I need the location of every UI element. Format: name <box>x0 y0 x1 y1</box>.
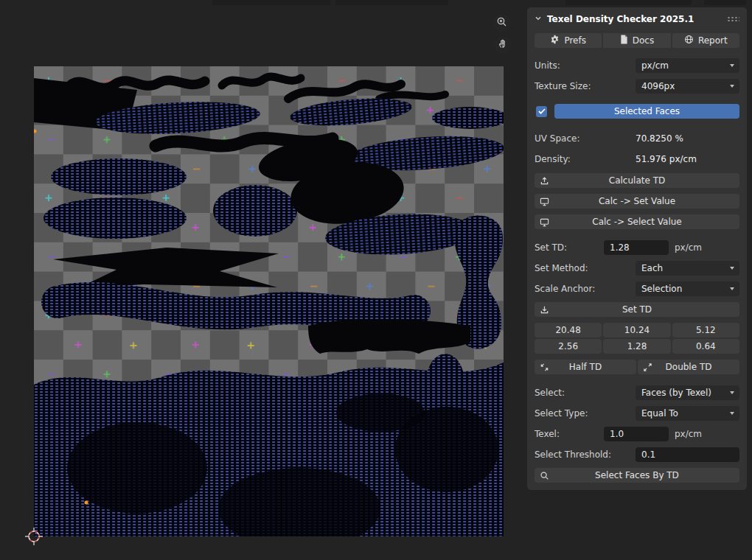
td-presets-row-2: 2.56 1.28 0.64 <box>535 339 739 354</box>
uv-space-value: 70.8250 % <box>636 133 739 144</box>
preset-button[interactable]: 10.24 <box>603 323 670 337</box>
calc-select-value-row: Calc -> Select Value <box>535 214 739 229</box>
top-header-strip <box>704 0 746 5</box>
grip-dots-icon[interactable] <box>727 16 739 22</box>
chevron-down-icon[interactable] <box>535 14 542 24</box>
zoom-in-magnifier-icon <box>496 16 508 30</box>
half-double-row: Half TD Double TD <box>535 360 739 374</box>
top-header-strip <box>335 0 448 5</box>
tab-label: Report <box>698 35 728 46</box>
texel-input[interactable] <box>604 427 669 441</box>
magnifier-icon <box>540 471 549 480</box>
units-label: Units: <box>535 60 636 71</box>
uv-space-row: UV Space: 70.8250 % <box>535 132 739 145</box>
export-up-icon <box>540 176 549 186</box>
shrink-arrows-icon <box>540 363 549 372</box>
texture-size-row: Texture Size: 4096px <box>535 79 739 94</box>
uv-editor-viewport[interactable] <box>34 66 504 536</box>
scale-anchor-value: Selection <box>641 284 730 294</box>
panel-title: Texel Density Checker 2025.1 <box>547 14 694 24</box>
preset-button[interactable]: 1.28 <box>603 339 670 354</box>
tab-report[interactable]: Report <box>672 33 739 48</box>
scale-anchor-row: Scale Anchor: Selection <box>535 281 739 296</box>
calculate-td-row: Calculate TD <box>535 173 739 188</box>
tab-label: Prefs <box>564 35 586 46</box>
tab-docs[interactable]: Docs <box>603 33 670 48</box>
texel-unit: px/cm <box>669 429 703 439</box>
report-globe-icon <box>684 35 694 46</box>
panel-tabs: Prefs Docs Report <box>535 33 739 48</box>
texel-density-checker-panel: Texel Density Checker 2025.1 Prefs Docs <box>527 7 747 490</box>
pan-hand-icon <box>498 38 509 52</box>
set-td-label: Set TD: <box>535 242 604 253</box>
gear-icon <box>550 35 560 46</box>
chevron-down-icon <box>730 267 734 270</box>
preset-button[interactable]: 20.48 <box>535 323 602 337</box>
texture-size-label: Texture Size: <box>535 81 636 91</box>
texel-label: Texel: <box>535 429 604 439</box>
density-label: Density: <box>535 154 636 164</box>
selected-faces-toggle-button[interactable]: Selected Faces <box>554 104 739 119</box>
preset-button[interactable]: 2.56 <box>535 339 602 354</box>
calculate-td-label: Calculate TD <box>609 175 665 186</box>
chevron-down-icon <box>730 287 734 290</box>
texture-size-value: 4096px <box>641 81 730 91</box>
calc-set-value-button[interactable]: Calc -> Set Value <box>535 194 739 209</box>
double-td-button[interactable]: Double TD <box>638 360 739 374</box>
monitor-icon <box>540 217 549 227</box>
set-method-dropdown[interactable]: Each <box>636 261 739 276</box>
double-td-label: Double TD <box>666 362 712 372</box>
set-td-button-row: Set TD <box>535 302 739 317</box>
select-threshold-label: Select Threshold: <box>535 449 636 460</box>
set-td-button[interactable]: Set TD <box>535 302 739 317</box>
pan-gizmo[interactable] <box>494 36 512 54</box>
calc-set-value-row: Calc -> Set Value <box>535 194 739 209</box>
tab-prefs[interactable]: Prefs <box>535 33 602 48</box>
import-down-icon <box>540 305 549 315</box>
select-faces-by-td-button[interactable]: Select Faces By TD <box>535 468 739 483</box>
chevron-down-icon <box>730 391 734 394</box>
chevron-down-icon <box>730 412 734 415</box>
half-td-button[interactable]: Half TD <box>535 360 636 374</box>
set-td-input[interactable] <box>604 240 669 255</box>
calculate-td-button[interactable]: Calculate TD <box>535 173 739 188</box>
select-type-value: Equal To <box>641 408 730 419</box>
calc-select-value-button[interactable]: Calc -> Select Value <box>535 214 739 229</box>
set-method-label: Set Method: <box>535 263 636 273</box>
select-threshold-input[interactable] <box>636 447 739 462</box>
select-dropdown[interactable]: Faces (by Texel) <box>636 385 739 400</box>
density-row: Density: 51.976 px/cm <box>535 153 739 166</box>
units-dropdown[interactable]: px/cm <box>636 58 739 73</box>
texel-row: Texel: px/cm <box>535 427 739 441</box>
blender-uv-editor-screen: Texel Density Checker 2025.1 Prefs Docs <box>0 0 752 560</box>
set-method-row: Set Method: Each <box>535 261 739 276</box>
uv-space-label: UV Space: <box>535 133 636 144</box>
select-label: Select: <box>535 388 636 398</box>
selected-faces-checkbox[interactable] <box>536 106 547 117</box>
select-type-row: Select Type: Equal To <box>535 406 739 421</box>
panel-header: Texel Density Checker 2025.1 <box>535 11 739 27</box>
select-type-label: Select Type: <box>535 408 636 419</box>
set-method-value: Each <box>641 263 730 273</box>
preset-button[interactable]: 0.64 <box>672 339 739 354</box>
chevron-down-icon <box>730 85 734 88</box>
density-value: 51.976 px/cm <box>636 154 739 164</box>
top-header-strip <box>565 0 692 5</box>
tab-label: Docs <box>633 35 654 46</box>
top-header-strip <box>212 0 330 5</box>
document-icon <box>620 35 628 46</box>
set-td-button-label: Set TD <box>622 304 652 315</box>
zoom-gizmo[interactable] <box>493 14 511 32</box>
check-icon <box>538 108 546 114</box>
half-td-label: Half TD <box>569 362 602 372</box>
preset-button[interactable]: 5.12 <box>672 323 739 337</box>
scale-anchor-label: Scale Anchor: <box>535 284 636 294</box>
units-row: Units: px/cm <box>535 58 739 73</box>
selected-uv-vertex <box>85 501 88 505</box>
units-value: px/cm <box>641 60 730 71</box>
chevron-down-icon <box>730 64 734 67</box>
calc-set-value-label: Calc -> Set Value <box>599 196 675 206</box>
scale-anchor-dropdown[interactable]: Selection <box>636 281 739 296</box>
texture-size-dropdown[interactable]: 4096px <box>636 79 739 94</box>
select-type-dropdown[interactable]: Equal To <box>636 406 739 421</box>
